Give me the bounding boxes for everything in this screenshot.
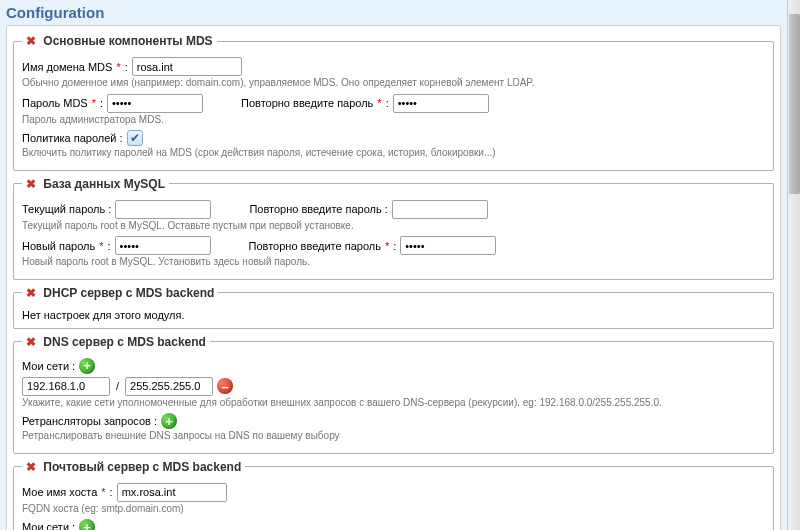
- legend-mds: ✖ Основные компоненты MDS: [22, 34, 217, 48]
- section-dhcp: ✖ DHCP сервер с MDS backend Нет настроек…: [13, 286, 774, 329]
- legend-mysql: ✖ База данных MySQL: [22, 177, 169, 191]
- colon: :: [393, 240, 396, 252]
- required-star: *: [101, 486, 105, 498]
- slash: /: [114, 380, 121, 392]
- dns-forwarders-label: Ретрансляторы запросов :: [22, 415, 157, 427]
- add-icon[interactable]: +: [161, 413, 177, 429]
- required-star: *: [116, 61, 120, 73]
- mds-password2-input[interactable]: [393, 94, 489, 113]
- colon: :: [110, 486, 113, 498]
- mail-host-hint: FQDN хоста (eg: smtp.domain.com): [22, 503, 765, 516]
- colon: :: [386, 97, 389, 109]
- section-mysql: ✖ База данных MySQL Текущий пароль : Пов…: [13, 177, 774, 280]
- remove-icon[interactable]: –: [217, 378, 233, 394]
- required-star: *: [99, 240, 103, 252]
- mds-password-label: Пароль MDS: [22, 97, 88, 109]
- mds-policy-checkbox[interactable]: ✔: [127, 130, 143, 146]
- legend-text: DNS сервер с MDS backend: [43, 335, 206, 349]
- mail-host-input[interactable]: [117, 483, 227, 502]
- close-icon[interactable]: ✖: [26, 177, 36, 191]
- required-star: *: [377, 97, 381, 109]
- mail-host-label: Мое имя хоста: [22, 486, 97, 498]
- mail-nets-label: Мои сети :: [22, 521, 75, 530]
- legend-text: База данных MySQL: [43, 177, 165, 191]
- legend-text: Почтовый сервер с MDS backend: [43, 460, 241, 474]
- mysql-current-label: Текущий пароль :: [22, 203, 111, 215]
- required-star: *: [92, 97, 96, 109]
- mds-domain-hint: Обычно доменное имя (например: domain.co…: [22, 77, 765, 90]
- mysql-new2-input[interactable]: [400, 236, 496, 255]
- close-icon[interactable]: ✖: [26, 460, 36, 474]
- legend-text: Основные компоненты MDS: [43, 34, 212, 48]
- mysql-new-input[interactable]: [115, 236, 211, 255]
- dns-forwarders-hint: Ретранслировать внешние DNS запросы на D…: [22, 430, 765, 443]
- section-mail: ✖ Почтовый сервер с MDS backend Мое имя …: [13, 460, 774, 531]
- dns-mask-input[interactable]: [125, 377, 213, 396]
- add-icon[interactable]: +: [79, 358, 95, 374]
- vertical-scrollbar[interactable]: [787, 0, 800, 530]
- section-mds: ✖ Основные компоненты MDS Имя домена MDS…: [13, 34, 774, 171]
- mysql-new-hint: Новый пароль root в MySQL. Установить зд…: [22, 256, 765, 269]
- mds-password-hint: Пароль администратора MDS.: [22, 114, 765, 127]
- close-icon[interactable]: ✖: [26, 286, 36, 300]
- mds-password-input[interactable]: [107, 94, 203, 113]
- mds-domain-input[interactable]: [132, 57, 242, 76]
- legend-mail: ✖ Почтовый сервер с MDS backend: [22, 460, 245, 474]
- mysql-current-input[interactable]: [115, 200, 211, 219]
- colon: :: [108, 240, 111, 252]
- dhcp-empty-text: Нет настроек для этого модуля.: [22, 309, 185, 321]
- mysql-current2-input[interactable]: [392, 200, 488, 219]
- mysql-current-hint: Текущий пароль root в MySQL. Оставьте пу…: [22, 220, 765, 233]
- mds-policy-hint: Включить политику паролей на MDS (срок д…: [22, 147, 765, 160]
- mds-policy-label: Политика паролей :: [22, 132, 123, 144]
- close-icon[interactable]: ✖: [26, 34, 36, 48]
- section-dns: ✖ DNS сервер с MDS backend Мои сети : + …: [13, 335, 774, 454]
- required-star: *: [385, 240, 389, 252]
- legend-dns: ✖ DNS сервер с MDS backend: [22, 335, 210, 349]
- close-icon[interactable]: ✖: [26, 335, 36, 349]
- add-icon[interactable]: +: [79, 519, 95, 530]
- colon: :: [100, 97, 103, 109]
- legend-dhcp: ✖ DHCP сервер с MDS backend: [22, 286, 218, 300]
- mysql-current2-label: Повторно введите пароль :: [249, 203, 387, 215]
- mds-password2-label: Повторно введите пароль: [241, 97, 373, 109]
- dns-nets-hint: Укажите, какие сети уполномоченные для о…: [22, 397, 765, 410]
- dns-net-input[interactable]: [22, 377, 110, 396]
- page-title: Configuration: [0, 0, 787, 25]
- mysql-new-label: Новый пароль: [22, 240, 95, 252]
- dns-nets-label: Мои сети :: [22, 360, 75, 372]
- mds-domain-label: Имя домена MDS: [22, 61, 112, 73]
- legend-text: DHCP сервер с MDS backend: [43, 286, 214, 300]
- mysql-new2-label: Повторно введите пароль: [249, 240, 381, 252]
- scrollbar-thumb[interactable]: [789, 14, 800, 194]
- colon: :: [125, 61, 128, 73]
